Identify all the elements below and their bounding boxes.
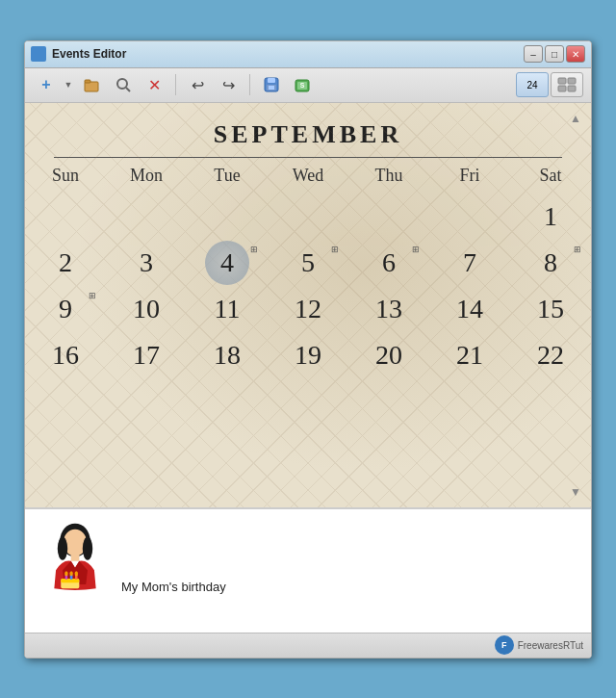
svg-point-18	[83, 536, 92, 559]
events-editor-window: Events Editor – □ ✕ + ▼ ✕ ↩ ↪ S 24	[24, 40, 592, 659]
day-view-button[interactable]: 24	[516, 72, 549, 97]
calendar-day-19[interactable]: 19	[268, 332, 348, 378]
svg-rect-14	[568, 86, 576, 91]
calendar-week-2: ⊞9101112131415	[25, 286, 591, 332]
empty-day	[106, 194, 187, 240]
event-avatar	[40, 521, 110, 598]
svg-rect-19	[71, 554, 80, 560]
calendar-day-8[interactable]: ⊞8	[510, 240, 591, 286]
day-number-1: 1	[544, 201, 557, 232]
calendar-day-13[interactable]: 13	[348, 286, 429, 332]
day-number-10: 10	[133, 294, 160, 324]
month-view-button[interactable]	[551, 72, 583, 97]
avatar-woman-icon	[41, 522, 109, 597]
event-label: My Mom's birthday	[121, 580, 226, 598]
day-number-16: 16	[52, 340, 79, 371]
calendar-day-2[interactable]: 2	[25, 240, 106, 286]
day-number-18: 18	[214, 340, 241, 371]
title-bar-left: Events Editor	[31, 46, 126, 62]
calendar-day-14[interactable]: 14	[429, 286, 510, 332]
maximize-button[interactable]: □	[545, 45, 564, 63]
logo-text: FreewaresRTut	[518, 640, 583, 651]
calendar-week-1: 23⊞4⊞5⊞67⊞8	[25, 240, 591, 286]
close-button[interactable]: ✕	[566, 45, 585, 63]
save-button[interactable]	[258, 72, 285, 97]
scroll-down-arrow[interactable]: ▼	[568, 484, 583, 500]
day-number-4: 4	[220, 247, 234, 278]
calendar-day-5[interactable]: ⊞5	[268, 240, 348, 286]
day-number-11: 11	[215, 294, 241, 324]
calendar-day-12[interactable]: 12	[268, 286, 348, 332]
svg-point-17	[58, 536, 67, 559]
calendar-day-22[interactable]: 22	[510, 332, 591, 378]
day-number-20: 20	[375, 340, 402, 371]
calendar-day-11[interactable]: 11	[187, 286, 268, 332]
svg-rect-7	[269, 86, 274, 90]
svg-rect-13	[558, 86, 566, 91]
open-button[interactable]	[79, 72, 106, 97]
calendar-week-0: 1	[25, 194, 591, 240]
empty-day	[187, 194, 268, 240]
logo-icon: F	[495, 635, 514, 655]
calendar-day-9[interactable]: ⊞9	[25, 286, 106, 332]
add-button[interactable]: +	[33, 72, 60, 97]
event-item: My Mom's birthday	[40, 521, 576, 598]
calendar-day-20[interactable]: 20	[348, 332, 429, 378]
empty-day	[25, 194, 106, 240]
calendar-day-16[interactable]: 16	[25, 332, 106, 378]
delete-button[interactable]: ✕	[141, 72, 167, 97]
app-icon	[31, 46, 46, 62]
export-button[interactable]: S	[289, 72, 316, 97]
day-number-5: 5	[301, 247, 315, 278]
scroll-up-arrow[interactable]: ▲	[568, 111, 583, 126]
add-arrow-button[interactable]: ▼	[62, 72, 75, 97]
separator-1	[175, 74, 176, 95]
day-number-19: 19	[295, 340, 321, 371]
calendar-day-21[interactable]: 21	[429, 332, 510, 378]
redo-button[interactable]: ↪	[215, 72, 242, 97]
svg-line-3	[126, 88, 130, 91]
svg-point-27	[75, 571, 78, 576]
day-number-9: 9	[59, 294, 72, 324]
title-buttons: – □ ✕	[524, 45, 585, 63]
status-logo: F FreewaresRTut	[495, 635, 583, 655]
calendar-day-6[interactable]: ⊞6	[348, 240, 429, 286]
events-panel: My Mom's birthday	[25, 507, 591, 633]
zoom-button[interactable]	[110, 72, 137, 97]
day-number-13: 13	[375, 294, 402, 324]
minimize-button[interactable]: –	[524, 45, 543, 63]
calendar-day-4[interactable]: ⊞4	[187, 240, 268, 286]
calendar-day-3[interactable]: 3	[106, 240, 187, 286]
svg-rect-5	[268, 78, 275, 83]
window-title: Events Editor	[52, 47, 126, 61]
day-number-12: 12	[295, 294, 321, 324]
svg-rect-1	[85, 80, 90, 83]
undo-button[interactable]: ↩	[184, 72, 211, 97]
day-number-22: 22	[537, 340, 564, 371]
event-indicator-6: ⊞	[412, 245, 420, 254]
day-number-2: 2	[59, 247, 72, 278]
event-indicator-4: ⊞	[250, 245, 258, 254]
day-number-3: 3	[140, 247, 153, 278]
calendar-day-15[interactable]: 15	[510, 286, 591, 332]
svg-text:S: S	[300, 82, 305, 89]
svg-rect-12	[568, 78, 576, 84]
event-indicator-8: ⊞	[574, 245, 581, 254]
status-bar: F FreewaresRTut	[25, 633, 591, 658]
empty-day	[348, 194, 429, 240]
calendar-day-18[interactable]: 18	[187, 332, 268, 378]
day-number-14: 14	[456, 294, 483, 324]
svg-rect-11	[558, 78, 566, 84]
day-number-8: 8	[544, 247, 557, 278]
calendar-day-1[interactable]: 1	[510, 194, 591, 240]
calendar-day-17[interactable]: 17	[106, 332, 187, 378]
day-number-7: 7	[463, 247, 476, 278]
calendar-day-7[interactable]: 7	[429, 240, 510, 286]
empty-day	[268, 194, 348, 240]
day-number-21: 21	[456, 340, 483, 371]
title-bar: Events Editor – □ ✕	[25, 41, 591, 68]
add-button-group: + ▼	[33, 72, 75, 97]
event-indicator-9: ⊞	[89, 291, 96, 300]
calendar-day-10[interactable]: 10	[106, 286, 187, 332]
toolbar: + ▼ ✕ ↩ ↪ S 24	[25, 68, 591, 103]
